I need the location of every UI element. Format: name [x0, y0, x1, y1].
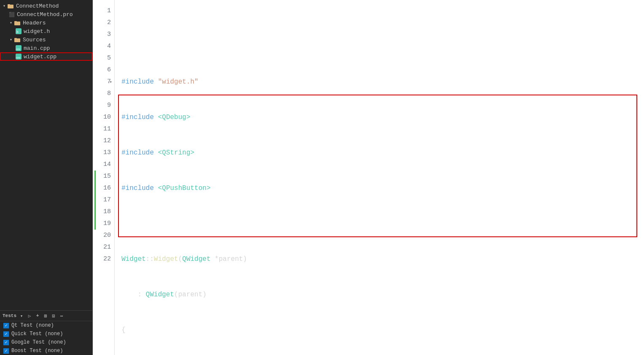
line-num-9: 9 — [94, 100, 111, 111]
headers-label: Headers — [23, 20, 46, 26]
line-num-18: 18 — [94, 206, 111, 218]
line-num-19: 19 — [94, 218, 111, 230]
line-num-4: 4 — [94, 41, 111, 52]
line-num-5: 5 — [94, 52, 111, 64]
pro-file-icon: ⬛ — [8, 11, 15, 18]
code-line-5 — [121, 218, 637, 230]
line-num-13: 13 — [94, 147, 111, 159]
h-file-icon: h — [15, 28, 22, 35]
code-line-3: #include <QString> — [121, 147, 637, 159]
test-item-quick[interactable]: ✓ Quick Test (none) — [0, 330, 92, 338]
svg-rect-1 — [8, 4, 10, 5]
sources-label: Sources — [23, 37, 46, 43]
line-num-20: 20 — [94, 230, 111, 241]
main-cpp-icon: cpp — [15, 45, 22, 51]
tree-item-headers[interactable]: ▾ Headers — [0, 19, 92, 27]
file-tree: ▾ ConnectMethod ⬛ ConnectMethod.pro ▾ He… — [0, 0, 92, 310]
test-label-google: Google Test (none) — [11, 339, 66, 345]
line-numbers: 1 2 3 4 5 6 7 ▸ 8 9 10 11 12 13 14 15 16… — [93, 0, 115, 355]
code-line-2: #include <QDebug> — [121, 111, 637, 123]
code-editor[interactable]: #include "widget.h" #include <QDebug> #i… — [115, 0, 644, 355]
expand-chevron: ▾ — [2, 3, 7, 8]
line-num-22: 22 — [94, 253, 111, 265]
sidebar: ▾ ConnectMethod ⬛ ConnectMethod.pro ▾ He… — [0, 0, 93, 355]
svg-text:cpp: cpp — [16, 56, 21, 59]
project-folder-icon — [8, 3, 14, 9]
headers-folder-icon — [14, 19, 21, 26]
tree-item-widget-h[interactable]: h widget.h — [0, 27, 92, 35]
main-cpp-label: main.cpp — [24, 45, 50, 51]
svg-rect-7 — [14, 38, 17, 39]
tree-item-widget-cpp[interactable]: cpp widget.cpp — [0, 52, 92, 61]
line-num-2: 2 — [94, 17, 111, 29]
test-label-boost: Boost Test (none) — [11, 348, 63, 354]
line-num-15: 15 — [94, 171, 111, 182]
sources-folder-icon — [14, 36, 21, 43]
tests-add-icon[interactable]: + — [34, 312, 41, 319]
editor-area: 1 2 3 4 5 6 7 ▸ 8 9 10 11 12 13 14 15 16… — [93, 0, 644, 355]
line-num-10: 10 — [94, 111, 111, 123]
tests-panel-header: Tests ▾ ▷ + ⊞ ⊡ ⋯ — [0, 311, 92, 321]
tree-item-sources[interactable]: ▾ Sources — [0, 35, 92, 44]
test-checkbox-qt[interactable]: ✓ — [3, 323, 9, 328]
tests-expand-icon[interactable]: ⊡ — [50, 312, 57, 319]
code-line-7: : QWidget(parent) — [121, 289, 637, 301]
widget-h-label: widget.h — [24, 28, 50, 35]
widget-cpp-icon: cpp — [15, 53, 22, 60]
test-item-boost[interactable]: ✓ Boost Test (none) — [0, 347, 92, 355]
line-num-7: 7 ▸ — [94, 76, 111, 88]
svg-text:h: h — [16, 30, 19, 34]
tests-more-icon[interactable]: ⋯ — [58, 312, 65, 319]
line-num-16: 16 — [94, 182, 111, 194]
test-label-quick: Quick Test (none) — [11, 331, 63, 337]
code-line-8: { — [121, 324, 637, 336]
tree-item-main-cpp[interactable]: cpp main.cpp — [0, 44, 92, 52]
code-container: 1 2 3 4 5 6 7 ▸ 8 9 10 11 12 13 14 15 16… — [93, 0, 644, 355]
tree-item-project-root[interactable]: ▾ ConnectMethod — [0, 2, 92, 10]
tests-filter-icon[interactable]: ▾ — [18, 312, 25, 319]
line-num-6: 6 — [94, 64, 111, 76]
line-num-14: 14 — [94, 159, 111, 171]
svg-rect-3 — [14, 21, 17, 22]
line-num-1: 1 — [94, 5, 111, 17]
test-label-qt: Qt Test (none) — [11, 322, 54, 328]
test-item-google[interactable]: ✓ Google Test (none) — [0, 338, 92, 347]
tests-header-icons: ▾ ▷ + ⊞ ⊡ ⋯ — [18, 312, 65, 319]
test-checkbox-boost[interactable]: ✓ — [3, 348, 9, 354]
sources-chevron: ▾ — [8, 37, 13, 42]
test-item-qt[interactable]: ✓ Qt Test (none) — [0, 321, 92, 330]
test-checkbox-quick[interactable]: ✓ — [3, 331, 9, 337]
line-num-8: 8 — [94, 88, 111, 100]
svg-text:cpp: cpp — [16, 47, 21, 51]
headers-chevron: ▾ — [8, 20, 13, 25]
tests-panel: Tests ▾ ▷ + ⊞ ⊡ ⋯ ✓ Qt Test (none) ✓ Qui… — [0, 310, 92, 355]
tests-run-icon[interactable]: ▷ — [26, 312, 33, 319]
line-num-12: 12 — [94, 135, 111, 147]
tests-layout-icon[interactable]: ⊞ — [42, 312, 49, 319]
test-checkbox-google[interactable]: ✓ — [3, 340, 9, 345]
line-num-11: 11 — [94, 123, 111, 135]
project-root-label: ConnectMethod — [16, 3, 59, 9]
code-line-4: #include <QPushButton> — [121, 182, 637, 194]
widget-cpp-label: widget.cpp — [24, 54, 57, 60]
code-line-1: #include "widget.h" — [121, 76, 637, 88]
code-line-6: Widget::Widget(QWidget *parent) — [121, 253, 637, 265]
line-num-21: 21 — [94, 241, 111, 253]
tree-item-pro[interactable]: ⬛ ConnectMethod.pro — [0, 10, 92, 19]
tests-label: Tests — [3, 313, 16, 318]
line-num-17: 17 — [94, 194, 111, 206]
line-num-3: 3 — [94, 29, 111, 41]
pro-file-label: ConnectMethod.pro — [17, 11, 73, 18]
